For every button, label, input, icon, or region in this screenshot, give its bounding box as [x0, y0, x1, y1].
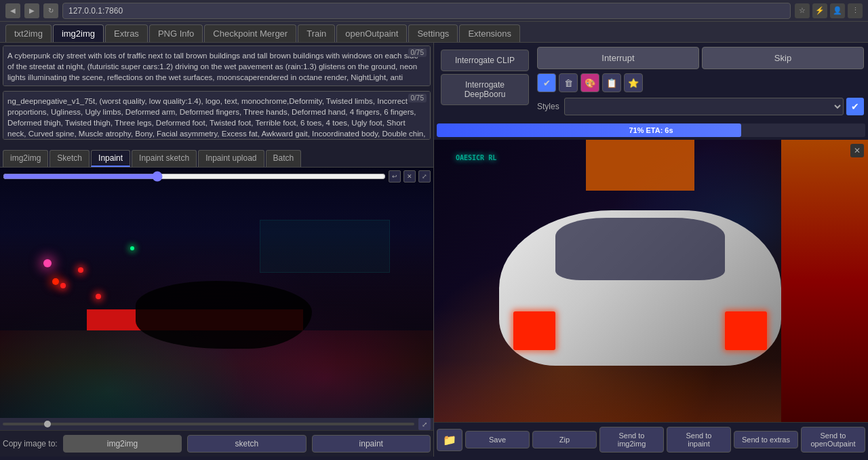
copy-to-inpaint-btn[interactable]: inpaint	[312, 435, 431, 453]
sub-tab-inpaint-upload[interactable]: Inpaint upload	[198, 150, 264, 167]
send-to-extras-btn[interactable]: Send to extras	[734, 431, 798, 448]
copy-to-sketch-btn[interactable]: sketch	[187, 435, 306, 453]
positive-prompt-box: A cyberpunk city street with lots of tra…	[3, 45, 431, 88]
car-window	[555, 218, 725, 280]
car-body	[499, 210, 781, 366]
progress-text: 71% ETA: 6s	[629, 126, 673, 134]
zoom-slider-thumb	[44, 421, 51, 427]
tab-settings[interactable]: Settings	[408, 24, 458, 42]
copy-image-label: Copy image to:	[3, 439, 58, 448]
checkmark-icon[interactable]: ✔	[537, 73, 556, 92]
negative-prompt-counter: 0/75	[408, 94, 427, 102]
copy-to-img2img-btn[interactable]: img2img	[63, 435, 182, 453]
send-to-inpaint-btn[interactable]: Send toinpaint	[667, 427, 731, 453]
tab-checkpoint[interactable]: Checkpoint Merger	[204, 24, 296, 42]
interrupt-section: Interrupt Skip ✔ 🗑 🎨 📋 ⭐ Styles	[537, 47, 864, 117]
forward-button[interactable]: ▶	[24, 3, 39, 18]
progress-bar: 71% ETA: 6s	[437, 123, 865, 137]
main-layout: A cyberpunk city street with lots of tra…	[0, 43, 868, 457]
traffic-light-red-1	[78, 267, 83, 273]
interrogate-clip-btn[interactable]: Interrogate CLIP	[441, 50, 529, 71]
top-controls-row: Interrogate CLIP Interrogate DeepBooru I…	[434, 43, 868, 121]
tab-extensions[interactable]: Extensions	[459, 24, 520, 42]
sub-tab-inpaint-sketch[interactable]: Inpaint sketch	[132, 150, 197, 167]
profile-icon[interactable]: 👤	[830, 3, 845, 18]
tab-img2img[interactable]: img2img	[53, 24, 104, 42]
interrupt-btn[interactable]: Interrupt	[537, 47, 699, 69]
neon-sign-green	[130, 246, 134, 250]
skip-btn[interactable]: Skip	[702, 47, 864, 69]
neon-red-glow	[52, 278, 59, 285]
neon-sign-text: OAESICR RL	[456, 154, 496, 161]
sub-tabs: img2img Sketch Inpaint Inpaint sketch In…	[0, 147, 433, 168]
brush-size-slider[interactable]	[3, 171, 386, 182]
sub-tab-batch[interactable]: Batch	[266, 150, 302, 167]
positive-prompt-textarea[interactable]: A cyberpunk city street with lots of tra…	[3, 45, 431, 86]
orange-banner	[586, 140, 694, 191]
sub-tab-sketch[interactable]: Sketch	[50, 150, 90, 167]
canvas-placeholder	[0, 168, 433, 430]
expand-icon[interactable]: ⤢	[418, 418, 431, 430]
trash-icon[interactable]: 🗑	[559, 73, 578, 92]
output-car-scene: OAESICR RL	[434, 140, 868, 422]
paint-icon[interactable]: 🎨	[580, 73, 599, 92]
back-button[interactable]: ◀	[5, 3, 20, 18]
output-close-btn[interactable]: ✕	[850, 144, 864, 157]
send-to-openoutpaint-btn[interactable]: Send toopenOutpaint	[801, 427, 865, 453]
browser-icons: ☆ ⚡ 👤 ⋮	[795, 3, 863, 18]
tab-pnginfo[interactable]: PNG Info	[149, 24, 203, 42]
icon-row: ✔ 🗑 🎨 📋 ⭐	[537, 72, 864, 94]
bottom-actions-row: 📁 Save Zip Send toimg2img Send toinpaint…	[434, 422, 868, 457]
right-crop-overlay	[781, 140, 868, 422]
copy-image-row: Copy image to: img2img sketch inpaint	[0, 430, 433, 457]
tab-train[interactable]: Train	[298, 24, 335, 42]
left-panel: A cyberpunk city street with lots of tra…	[0, 43, 434, 457]
tab-extras[interactable]: Extras	[105, 24, 148, 42]
styles-label: Styles	[537, 102, 561, 111]
output-image-area: OAESICR RL ✕	[434, 140, 868, 422]
input-image-area[interactable]: ↩ ✕ ⤢ ⤢	[0, 168, 433, 430]
tab-txt2img[interactable]: txt2img	[5, 24, 52, 42]
interrogate-deepbooru-btn[interactable]: Interrogate DeepBooru	[441, 74, 529, 105]
clipboard-icon[interactable]: 📋	[602, 73, 621, 92]
star-icon[interactable]: ⭐	[624, 73, 643, 92]
progress-fill	[437, 123, 741, 137]
positive-prompt-counter: 0/75	[408, 48, 427, 57]
main-nav-tabs: txt2img img2img Extras PNG Info Checkpoi…	[0, 22, 868, 43]
zoom-slider-track[interactable]	[3, 423, 414, 425]
negative-prompt-textarea[interactable]: ng_deepnegative_v1_75t, (worst quality, …	[3, 91, 431, 140]
reload-button[interactable]: ↻	[43, 3, 58, 18]
interrogate-panel: Interrogate CLIP Interrogate DeepBooru	[438, 47, 533, 117]
interrupt-skip-row: Interrupt Skip	[537, 47, 864, 69]
folder-btn[interactable]: 📁	[437, 429, 462, 451]
send-to-img2img-btn[interactable]: Send toimg2img	[599, 427, 664, 453]
styles-dropdown[interactable]	[564, 98, 844, 115]
traffic-light-red-3	[96, 294, 101, 299]
image-controls-right: ⤢	[418, 418, 431, 430]
bookmark-icon[interactable]: ☆	[795, 3, 810, 18]
building-window-glow	[260, 220, 390, 272]
styles-apply-btn[interactable]: ✔	[846, 98, 864, 115]
right-red-overlay	[781, 140, 868, 422]
brush-close-btn[interactable]: ✕	[403, 170, 416, 183]
negative-prompt-box: ng_deepnegative_v1_75t, (worst quality, …	[3, 91, 431, 142]
address-bar[interactable]: 127.0.0.1:7860	[62, 3, 791, 19]
brush-expand-btn[interactable]: ⤢	[418, 170, 431, 183]
brush-reset-btn[interactable]: ↩	[389, 170, 401, 183]
save-btn[interactable]: Save	[465, 431, 530, 448]
zip-btn[interactable]: Zip	[532, 431, 597, 448]
sub-tab-img2img[interactable]: img2img	[3, 150, 48, 167]
tab-openoutpaint[interactable]: openOutpaint	[336, 24, 407, 42]
browser-chrome: ◀ ▶ ↻ 127.0.0.1:7860 ☆ ⚡ 👤 ⋮	[0, 0, 868, 22]
tail-light-left	[513, 311, 555, 350]
brush-stroke-mask	[136, 281, 312, 349]
styles-row: Styles ✔	[537, 96, 864, 117]
image-slider-bar: ⤢	[0, 418, 433, 430]
prompt-section: A cyberpunk city street with lots of tra…	[0, 43, 433, 147]
menu-icon[interactable]: ⋮	[848, 3, 863, 18]
extension-icon[interactable]: ⚡	[812, 3, 827, 18]
tail-light-right	[725, 311, 767, 350]
brush-controls-top: ↩ ✕ ⤢	[3, 170, 431, 183]
right-panel: Interrogate CLIP Interrogate DeepBooru I…	[434, 43, 868, 457]
sub-tab-inpaint[interactable]: Inpaint	[91, 150, 130, 167]
